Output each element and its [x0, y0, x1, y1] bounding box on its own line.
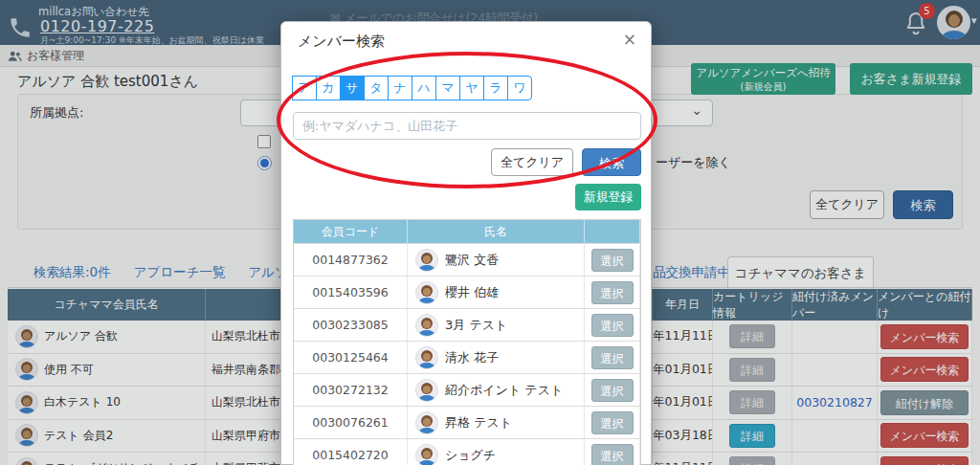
member-code: 0030272132: [294, 374, 408, 406]
member-avatar: [415, 249, 438, 272]
modal-clear-button[interactable]: 全てクリア: [491, 148, 573, 176]
kana-filter-group: アカサタナハマヤラワ: [293, 76, 532, 100]
kana-filter-button[interactable]: ワ: [507, 76, 532, 100]
member-row: 0030125464 清水 花子 選択: [294, 341, 640, 373]
close-icon[interactable]: ×: [623, 30, 636, 49]
member-name-input[interactable]: [293, 112, 641, 140]
kana-filter-button[interactable]: ハ: [412, 76, 436, 100]
member-code: 0030125464: [294, 342, 408, 373]
select-button[interactable]: 選択: [591, 379, 634, 402]
select-button[interactable]: 選択: [591, 249, 634, 272]
app-window: millcaお問い合わせ先 0120-197-225 月~土9:00~17:30…: [0, 0, 980, 465]
member-code: 0015403596: [294, 277, 408, 308]
member-fullname: 櫻井 伯雄: [445, 284, 499, 301]
member-avatar: [415, 411, 438, 434]
kana-filter-button[interactable]: タ: [364, 76, 389, 100]
select-button[interactable]: 選択: [591, 314, 634, 337]
member-fullname: 鷺沢 文香: [445, 252, 499, 269]
member-result-table: 会員コード 氏名 0014877362 鷺沢 文香 選択: [293, 219, 641, 465]
kana-filter-button[interactable]: カ: [316, 76, 341, 100]
member-fullname: 紹介ポイント テスト: [445, 382, 563, 399]
member-table-header: 会員コード 氏名: [294, 220, 640, 243]
modal-new-register-button[interactable]: 新規登録: [575, 184, 641, 210]
member-row: 0030272132 紹介ポイント テスト 選択: [294, 373, 640, 406]
col-member-fullname: 氏名: [408, 220, 585, 243]
member-fullname: ショグチ: [445, 447, 496, 464]
member-avatar: [415, 346, 438, 369]
member-row: 0015403596 櫻井 伯雄 選択: [294, 276, 640, 308]
kana-filter-button[interactable]: ラ: [483, 76, 508, 100]
member-row: 0014877362 鷺沢 文香 選択: [294, 243, 640, 276]
member-code: 0015402720: [294, 439, 408, 465]
col-member-code: 会員コード: [294, 220, 408, 243]
member-code: 0030233085: [294, 309, 408, 341]
select-button[interactable]: 選択: [591, 281, 634, 304]
kana-filter-button[interactable]: マ: [435, 76, 460, 100]
member-code: 0014877362: [294, 244, 408, 276]
kana-filter-button[interactable]: ナ: [388, 76, 412, 100]
select-button[interactable]: 選択: [591, 444, 634, 465]
member-fullname: 昇格 テスト: [445, 414, 512, 432]
modal-title: メンバー検索: [298, 33, 385, 51]
member-row: 0030076261 昇格 テスト 選択: [294, 406, 640, 438]
member-avatar: [415, 314, 438, 337]
member-fullname: 3月 テスト: [445, 317, 507, 334]
member-row: 0015402720 ショグチ 選択: [294, 438, 640, 465]
member-fullname: 清水 花子: [445, 349, 499, 366]
kana-filter-button[interactable]: ア: [292, 76, 317, 100]
member-code: 0030076261: [294, 407, 408, 438]
select-button[interactable]: 選択: [591, 346, 634, 369]
select-button[interactable]: 選択: [591, 411, 634, 434]
kana-filter-button[interactable]: サ: [340, 76, 365, 100]
member-avatar: [415, 379, 438, 402]
member-row: 0030233085 3月 テスト 選択: [294, 308, 640, 341]
kana-filter-button[interactable]: ヤ: [459, 76, 484, 100]
modal-search-button[interactable]: 検索: [582, 148, 641, 176]
member-table-body: 0014877362 鷺沢 文香 選択 0015403596 櫻井 伯雄: [294, 243, 640, 465]
col-select: [585, 220, 640, 243]
member-avatar: [415, 281, 438, 304]
member-search-modal: メンバー検索 × アカサタナハマヤラワ 全てクリア 検索 新規登録 会員コード …: [280, 21, 652, 465]
member-avatar: [415, 444, 438, 465]
